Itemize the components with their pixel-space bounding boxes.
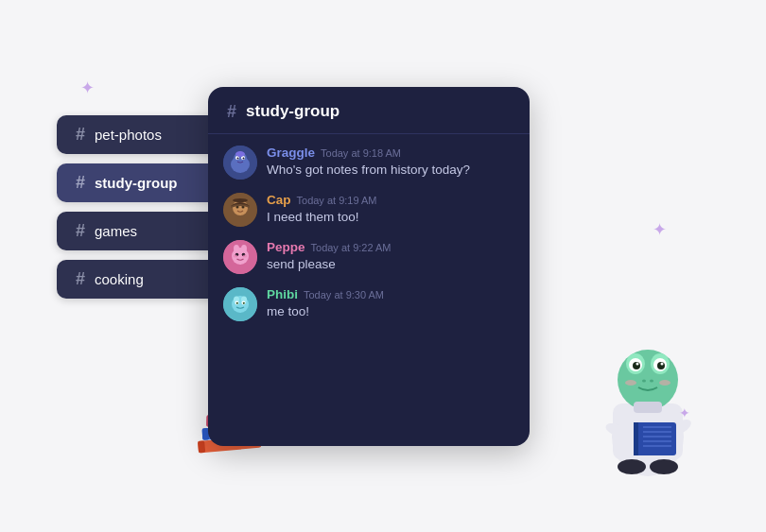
- svg-rect-47: [634, 402, 662, 413]
- message-time-graggle: Today at 9:18 AM: [321, 147, 401, 159]
- hash-icon: #: [76, 269, 85, 289]
- scene: ✦ ✦ ✦ ✦ # pet-photos # study-group # gam…: [28, 40, 738, 493]
- svg-point-19: [234, 245, 239, 252]
- avatar-peppe: [223, 240, 257, 274]
- svg-point-28: [243, 301, 245, 303]
- chat-window: # study-group: [208, 87, 530, 446]
- svg-point-12: [233, 198, 248, 202]
- sidebar-item-label: study-group: [95, 175, 178, 191]
- svg-point-58: [625, 380, 636, 386]
- message-time-cap: Today at 9:19 AM: [297, 195, 377, 206]
- svg-point-20: [241, 245, 247, 252]
- svg-point-46: [618, 350, 678, 410]
- sidebar-item-label: pet-photos: [95, 127, 162, 143]
- svg-point-60: [618, 459, 646, 474]
- sidebar-item-label: games: [95, 223, 137, 239]
- message-graggle: Graggle Today at 9:18 AM Who's got notes…: [223, 146, 514, 180]
- svg-point-18: [243, 254, 248, 257]
- username-peppe: Peppe: [267, 240, 305, 254]
- svg-point-56: [642, 379, 646, 382]
- svg-point-6: [243, 157, 245, 159]
- message-header-phibi: Phibi Today at 9:30 AM: [267, 287, 514, 301]
- chat-channel-name: study-group: [246, 102, 339, 121]
- hash-icon: #: [76, 125, 85, 145]
- hash-icon: #: [76, 221, 85, 241]
- username-graggle: Graggle: [267, 146, 315, 160]
- message-header-peppe: Peppe Today at 9:22 AM: [267, 240, 514, 254]
- message-text-peppe: send please: [267, 256, 514, 274]
- svg-point-54: [636, 362, 639, 365]
- svg-point-17: [234, 254, 238, 257]
- message-content-cap: Cap Today at 9:19 AM I need them too!: [267, 193, 514, 227]
- svg-point-55: [661, 362, 664, 365]
- avatar-cap: [223, 193, 257, 227]
- svg-point-57: [650, 379, 653, 382]
- avatar-graggle: [223, 146, 257, 180]
- chat-hash-icon: #: [227, 102, 236, 122]
- svg-point-61: [650, 459, 678, 474]
- message-phibi: Phibi Today at 9:30 AM me too!: [223, 287, 514, 321]
- chat-header: # study-group: [208, 87, 530, 134]
- svg-rect-40: [634, 422, 638, 455]
- chat-messages: Graggle Today at 9:18 AM Who's got notes…: [208, 134, 530, 446]
- username-cap: Cap: [267, 193, 291, 207]
- svg-point-59: [659, 380, 670, 386]
- message-time-phibi: Today at 9:30 AM: [304, 289, 384, 300]
- svg-point-27: [236, 301, 238, 303]
- message-text-phibi: me too!: [267, 303, 514, 321]
- sidebar-item-label: cooking: [95, 271, 144, 287]
- message-content-peppe: Peppe Today at 9:22 AM send please: [267, 240, 514, 274]
- sparkle-icon-1: ✦: [80, 77, 95, 98]
- message-content-phibi: Phibi Today at 9:30 AM me too!: [267, 287, 514, 321]
- svg-rect-34: [198, 440, 205, 453]
- sparkle-icon-3: ✦: [653, 219, 667, 240]
- frog-character: ✦: [577, 290, 719, 479]
- message-header-graggle: Graggle Today at 9:18 AM: [267, 146, 514, 160]
- hash-icon: #: [76, 173, 85, 193]
- message-header-cap: Cap Today at 9:19 AM: [267, 193, 514, 207]
- message-text-cap: I need them too!: [267, 209, 514, 227]
- message-text-graggle: Who's got notes from history today?: [267, 162, 514, 180]
- message-content-graggle: Graggle Today at 9:18 AM Who's got notes…: [267, 146, 514, 180]
- svg-point-5: [237, 157, 239, 159]
- message-cap: Cap Today at 9:19 AM I need them too!: [223, 193, 514, 227]
- username-phibi: Phibi: [267, 287, 298, 301]
- svg-point-7: [235, 151, 245, 157]
- avatar-phibi: [223, 287, 257, 321]
- message-time-peppe: Today at 9:22 AM: [311, 242, 392, 253]
- message-peppe: Peppe Today at 9:22 AM send please: [223, 240, 514, 274]
- svg-text:✦: ✦: [679, 405, 690, 420]
